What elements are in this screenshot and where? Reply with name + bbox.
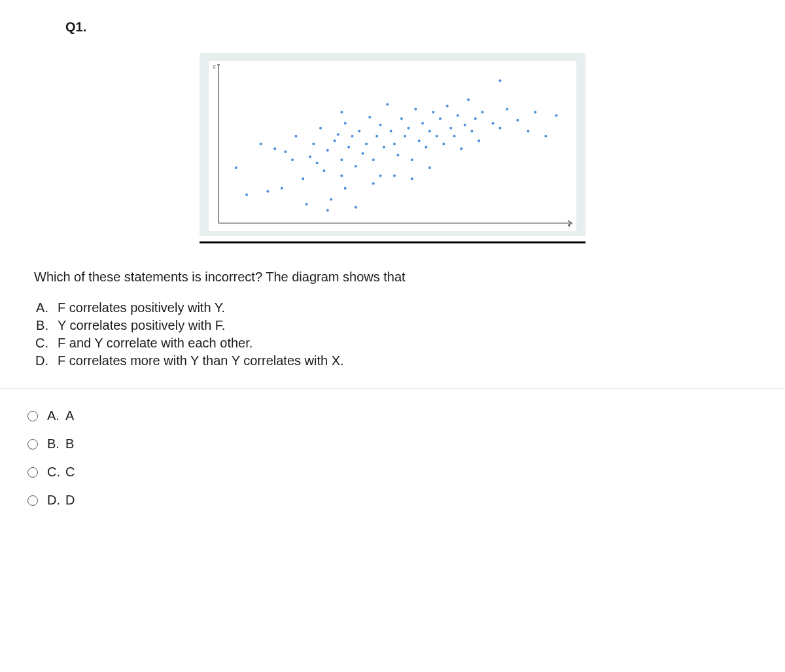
svg-point-80 <box>428 166 431 169</box>
option-text: C <box>65 465 75 480</box>
svg-point-20 <box>330 198 332 201</box>
svg-point-73 <box>534 111 536 114</box>
option-text: B <box>65 436 74 451</box>
svg-point-58 <box>449 127 452 130</box>
svg-point-23 <box>340 158 343 161</box>
option-c[interactable]: C. C <box>27 465 759 480</box>
svg-point-68 <box>492 122 495 125</box>
svg-point-33 <box>365 143 368 145</box>
question-page: Q1. F Y Which of these statements is inc… <box>0 0 785 547</box>
svg-point-9 <box>284 150 287 153</box>
svg-point-46 <box>408 127 410 130</box>
svg-point-29 <box>355 165 357 168</box>
statement-text: F and Y correlate with each other. <box>58 336 253 351</box>
svg-point-41 <box>390 130 392 133</box>
svg-point-70 <box>506 108 508 111</box>
svg-point-6 <box>266 190 269 193</box>
svg-point-76 <box>372 183 375 185</box>
svg-point-40 <box>386 103 389 106</box>
statement-text: Y correlates positively with F. <box>58 318 225 333</box>
svg-point-14 <box>309 155 311 158</box>
option-b[interactable]: B. B <box>27 436 759 451</box>
svg-point-39 <box>383 146 385 149</box>
svg-point-38 <box>379 174 382 177</box>
svg-point-17 <box>319 127 322 130</box>
svg-point-24 <box>340 174 343 177</box>
svg-point-78 <box>411 177 413 180</box>
svg-point-31 <box>358 130 360 133</box>
scatter-chart: F Y <box>200 53 585 236</box>
svg-point-36 <box>375 135 378 137</box>
svg-point-55 <box>439 117 442 120</box>
svg-point-11 <box>294 135 297 137</box>
divider <box>0 388 785 389</box>
svg-point-50 <box>421 122 424 125</box>
option-a[interactable]: A. A <box>27 408 759 423</box>
svg-point-64 <box>470 130 473 133</box>
statement-label: B. <box>26 318 48 333</box>
statement-a: A. F correlates positively with Y. <box>26 300 759 315</box>
svg-point-72 <box>527 130 529 133</box>
svg-point-30 <box>355 206 357 209</box>
svg-point-53 <box>432 111 434 114</box>
svg-point-42 <box>393 143 396 145</box>
svg-point-3 <box>235 166 237 169</box>
svg-point-26 <box>344 122 347 125</box>
svg-point-52 <box>428 130 431 133</box>
svg-point-35 <box>372 158 375 161</box>
radio-icon[interactable] <box>27 411 38 421</box>
answer-options: A. A B. B C. C D. D <box>27 408 759 508</box>
statement-d: D. F correlates more with Y than Y corre… <box>26 353 759 368</box>
radio-icon[interactable] <box>27 495 38 506</box>
svg-point-10 <box>291 158 294 161</box>
svg-point-4 <box>245 193 248 196</box>
svg-point-82 <box>340 111 343 114</box>
svg-point-16 <box>316 162 319 164</box>
svg-point-21 <box>334 139 336 142</box>
svg-point-44 <box>400 117 403 120</box>
svg-point-57 <box>446 105 449 107</box>
svg-point-28 <box>351 135 353 137</box>
svg-point-69 <box>498 127 501 130</box>
statement-b: B. Y correlates positively with F. <box>26 318 759 333</box>
chart-underline <box>200 241 585 243</box>
option-text: A <box>65 408 74 423</box>
svg-point-56 <box>442 143 445 145</box>
scatter-plot-svg: F Y <box>209 61 576 231</box>
svg-point-19 <box>326 149 329 152</box>
svg-point-8 <box>281 187 283 190</box>
svg-point-32 <box>362 152 364 155</box>
svg-point-15 <box>312 143 315 145</box>
svg-point-22 <box>337 133 340 136</box>
svg-point-27 <box>347 146 350 149</box>
svg-point-34 <box>368 116 371 118</box>
svg-point-51 <box>425 146 427 149</box>
svg-point-75 <box>555 114 558 116</box>
option-d[interactable]: D. D <box>27 493 759 508</box>
svg-point-18 <box>323 169 325 172</box>
svg-point-62 <box>464 124 466 126</box>
svg-point-61 <box>460 147 462 150</box>
radio-icon[interactable] <box>27 439 38 450</box>
option-label: B. <box>47 436 65 451</box>
svg-point-37 <box>379 124 382 126</box>
svg-point-66 <box>478 139 480 142</box>
svg-point-74 <box>544 135 547 137</box>
y-axis-label: F <box>213 65 216 69</box>
statement-text: F correlates positively with Y. <box>58 300 225 315</box>
option-label: A. <box>47 408 65 423</box>
statement-label: D. <box>26 353 48 368</box>
svg-point-67 <box>481 111 484 114</box>
option-text: D <box>65 493 75 508</box>
radio-icon[interactable] <box>27 467 38 478</box>
svg-point-49 <box>418 139 421 142</box>
svg-point-7 <box>273 147 276 150</box>
svg-point-47 <box>411 158 413 161</box>
svg-point-12 <box>302 177 304 180</box>
statement-list: A. F correlates positively with Y. B. Y … <box>26 300 759 368</box>
statement-label: A. <box>26 300 48 315</box>
svg-point-60 <box>457 114 459 116</box>
statement-c: C. F and Y correlate with each other. <box>26 336 759 351</box>
svg-point-48 <box>414 108 417 111</box>
svg-point-63 <box>467 98 470 101</box>
